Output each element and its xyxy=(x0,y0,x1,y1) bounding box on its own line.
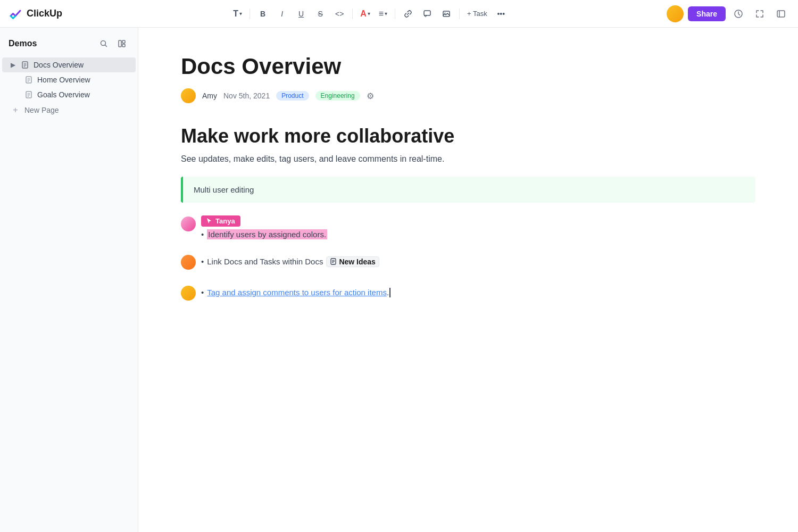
tag-assign-text: Tag and assign comments to users for act… xyxy=(207,288,387,297)
cursor-tanya: Tanya xyxy=(201,215,240,227)
list-item-1-content: Tanya •Identify users by assigned colors… xyxy=(201,215,755,239)
link-icon xyxy=(404,10,412,18)
new-page-label: New Page xyxy=(24,106,59,114)
time-button[interactable] xyxy=(730,5,747,22)
tag-product[interactable]: Product xyxy=(276,91,309,101)
docs-icon xyxy=(21,61,29,69)
sidebar-docs-overview-label: Docs Overview xyxy=(34,61,84,69)
comment-icon xyxy=(423,10,431,18)
color-a-icon: A xyxy=(360,9,367,19)
app-logo-text: ClickUp xyxy=(27,8,62,19)
comment-button[interactable] xyxy=(419,5,436,22)
home-docs-icon xyxy=(24,76,33,84)
color-dropdown-arrow: ▾ xyxy=(368,11,370,16)
main-area: Demos ▶ xyxy=(0,28,798,532)
cursor-tanya-label: Tanya xyxy=(215,217,235,225)
underline-button[interactable]: U xyxy=(293,5,310,22)
image-icon xyxy=(442,10,451,18)
text-icon: T xyxy=(233,9,238,19)
author-avatar xyxy=(181,88,196,103)
text-dropdown-arrow: ▾ xyxy=(239,11,242,16)
search-icon xyxy=(99,39,108,48)
add-task-button[interactable]: + Task xyxy=(464,5,491,22)
align-button[interactable]: ≡ ▾ xyxy=(376,5,390,22)
tanya-cursor-icon xyxy=(206,218,212,224)
list-item-2-content: • Link Docs and Tasks within Docs New Id… xyxy=(201,256,755,267)
meta-settings-icon[interactable]: ⚙ xyxy=(367,91,374,101)
sidebar: Demos ▶ xyxy=(0,28,138,532)
avatar-amy-list xyxy=(181,286,196,301)
list-item-2-text: • Link Docs and Tasks within Docs New Id… xyxy=(201,256,755,267)
add-task-label: + Task xyxy=(467,10,487,18)
expand-button[interactable] xyxy=(751,5,768,22)
new-page-plus-icon: + xyxy=(11,105,20,115)
svg-rect-7 xyxy=(119,40,121,47)
share-button[interactable]: Share xyxy=(688,6,726,21)
user-avatar[interactable] xyxy=(667,5,684,22)
section-heading: Make work more collaborative xyxy=(181,124,755,147)
author-name: Amy xyxy=(202,92,217,100)
sidebar-search-button[interactable] xyxy=(96,36,111,51)
list-item-1-text: •Identify users by assigned colors. xyxy=(201,230,755,239)
sidebar-arrow-docs: ▶ xyxy=(11,61,15,69)
highlight-text-1: Identify users by assigned colors. xyxy=(207,229,327,239)
clock-icon xyxy=(734,9,743,19)
sidebar-header: Demos xyxy=(0,36,138,57)
sidebar-item-docs-overview[interactable]: ▶ Docs Overview xyxy=(2,57,136,72)
image-button[interactable] xyxy=(438,5,455,22)
clickup-logo-icon xyxy=(9,6,23,21)
list-item-1: Tanya •Identify users by assigned colors… xyxy=(181,215,755,239)
separator-1 xyxy=(250,9,250,19)
text-format-button[interactable]: T ▾ xyxy=(230,5,245,22)
doc-link-label: New Ideas xyxy=(339,257,375,266)
app-logo[interactable]: ClickUp xyxy=(9,6,62,21)
bold-button[interactable]: B xyxy=(254,5,271,22)
callout-block: Multi user editing xyxy=(181,177,755,203)
list-item-2-label: Link Docs and Tasks within Docs xyxy=(207,257,323,266)
color-button[interactable]: A ▾ xyxy=(357,5,373,22)
bullet-2: • xyxy=(201,257,204,266)
tag-engineering[interactable]: Engineering xyxy=(315,91,360,101)
svg-rect-4 xyxy=(777,11,785,17)
separator-2 xyxy=(352,9,353,19)
callout-text: Multi user editing xyxy=(194,185,254,194)
bullet-3: • xyxy=(201,288,204,297)
toolbar-right: Share xyxy=(667,5,789,22)
bullet-1: • xyxy=(201,230,204,239)
sidebar-goals-overview-label: Goals Overview xyxy=(37,90,90,99)
list-item-3-text: • Tag and assign comments to users for a… xyxy=(201,288,755,297)
sidebar-new-page[interactable]: + New Page xyxy=(2,102,136,118)
sidebar-icon xyxy=(776,9,786,19)
doc-link-chip[interactable]: New Ideas xyxy=(326,256,379,267)
sidebar-layout-button[interactable] xyxy=(114,36,129,51)
list-item-3: • Tag and assign comments to users for a… xyxy=(181,285,755,301)
separator-4 xyxy=(459,9,460,19)
text-cursor xyxy=(389,288,390,297)
sidebar-toggle-button[interactable] xyxy=(772,5,789,22)
code-button[interactable]: <> xyxy=(331,5,348,22)
strikethrough-button[interactable]: S xyxy=(312,5,329,22)
separator-3 xyxy=(395,9,395,19)
more-button[interactable]: ••• xyxy=(493,5,510,22)
svg-rect-0 xyxy=(424,11,430,15)
svg-rect-9 xyxy=(122,44,125,47)
goals-docs-icon xyxy=(24,90,33,99)
doc-chip-icon xyxy=(330,258,337,265)
doc-title: Docs Overview xyxy=(181,53,755,80)
list-item-3-content: • Tag and assign comments to users for a… xyxy=(201,288,755,297)
align-dropdown-arrow: ▾ xyxy=(385,11,387,16)
align-icon: ≡ xyxy=(379,9,384,19)
content-area: Docs Overview Amy Nov 5th, 2021 Product … xyxy=(138,28,798,532)
svg-rect-8 xyxy=(122,40,125,43)
sidebar-header-icons xyxy=(96,36,129,51)
layout-icon xyxy=(118,39,126,48)
period: . xyxy=(387,288,389,297)
italic-button[interactable]: I xyxy=(273,5,290,22)
link-button[interactable] xyxy=(400,5,417,22)
list-item-2: • Link Docs and Tasks within Docs New Id… xyxy=(181,254,755,270)
avatar-ivan xyxy=(181,255,196,270)
sidebar-item-goals-overview[interactable]: Goals Overview xyxy=(2,87,136,102)
sidebar-item-home-overview[interactable]: Home Overview xyxy=(2,72,136,87)
doc-meta: Amy Nov 5th, 2021 Product Engineering ⚙ xyxy=(181,88,755,103)
toolbar: ClickUp T ▾ B I U S <> A ▾ ≡ ▾ xyxy=(0,0,798,28)
